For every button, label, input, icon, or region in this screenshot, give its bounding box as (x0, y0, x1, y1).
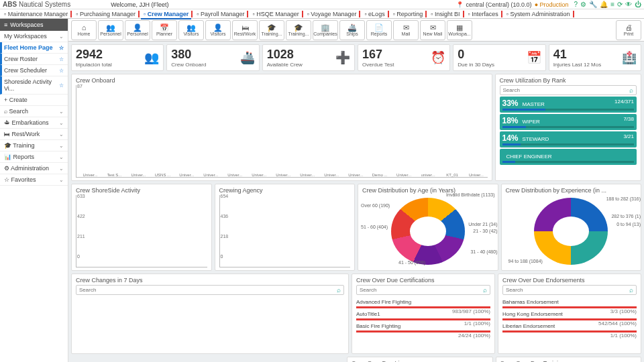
sidebar-item[interactable]: 🛏 Rest/Work⌄ (0, 129, 68, 140)
sidebar-item[interactable]: + Create (0, 95, 68, 106)
toolbar-workspa-[interactable]: ▦Workspa... (447, 20, 472, 40)
power-icon[interactable]: ⏻ (635, 1, 641, 8)
donut-chart (534, 198, 608, 265)
list-item[interactable]: Bahamas Endorsement3/3 (100%) (502, 296, 637, 308)
search-input[interactable] (503, 87, 630, 93)
welcome-text: Welcome, JJH (Fleet) (111, 1, 168, 8)
util-row[interactable]: 33%MASTER124/371 (500, 97, 637, 113)
tab-interfaces[interactable]: ▫ Interfaces (464, 9, 502, 19)
card-crew-onboard: Crew Onboard 87 Univer...Test S...Univer… (71, 74, 492, 181)
tab-system-administration[interactable]: ▫ System Administration (502, 9, 574, 19)
sidebar-item[interactable]: 📊 Reports⌄ (0, 152, 68, 163)
card-title: Crew Utilization By Rank (500, 77, 637, 84)
gear-icon[interactable]: ⚙ (580, 1, 586, 8)
env-info: 📍 central (Central) (10.0.0) ● Productio… (456, 1, 641, 8)
card-overdue-training: Crew Over Due Training (496, 357, 642, 362)
search-icon[interactable]: ⌕ (629, 86, 633, 94)
env-location: central (Central) (10.0.0) (466, 1, 532, 8)
card-agency: Crewing Agency 6544362180 (215, 184, 356, 271)
sidebar-item[interactable]: ⛴ Embarkations⌄ (0, 117, 68, 129)
card-overdue-licence: Crew Over Due Licence (347, 357, 493, 362)
toolbar-mail[interactable]: ✉Mail (393, 20, 419, 40)
content-area: ⌂Home👥Personnel👤Personnel📅Planner👥Visito… (68, 19, 644, 362)
search-icon[interactable]: ⌕ (337, 286, 341, 294)
brand: ABS Nautical Systems (3, 1, 70, 8)
toolbar-personnel[interactable]: 👤Personnel (125, 20, 150, 40)
sidebar-item[interactable]: Fleet Home Page☆ (0, 42, 68, 54)
tab-maintenance-manager[interactable]: ▫ Maintenance Manager (0, 9, 72, 19)
util-row[interactable]: 18%WIPER7/38 (500, 114, 637, 130)
toolbar-visitors[interactable]: 👤Visitors (205, 20, 231, 40)
tab-elogs[interactable]: ▫ eLogs (360, 9, 388, 19)
search-input[interactable] (506, 287, 629, 293)
util-row[interactable]: 14%STEWARD3/21 (500, 131, 637, 147)
search-input[interactable] (79, 287, 337, 293)
toolbar-training-[interactable]: 🎓Training... (259, 20, 284, 40)
list-icon[interactable]: ≡ (610, 1, 614, 8)
sidebar-item[interactable]: Crew Roster☆ (0, 54, 68, 65)
toolbar-visitors[interactable]: 👥Visitors (178, 20, 204, 40)
eye-icon[interactable]: 👁 (625, 1, 632, 8)
tab-reporting[interactable]: ▫ Reporting (389, 9, 427, 19)
donut-chart (391, 198, 465, 265)
print-button[interactable]: 🖨Print (616, 20, 641, 40)
toolbar-rest-work[interactable]: 🛏Rest/Work (232, 20, 258, 40)
card-title: Crew Changes in 7 Days (76, 277, 344, 284)
sidebar-item[interactable]: 🎓 Training⌄ (0, 140, 68, 152)
card-overdue-certs: Crew Over Due Certifications ⌕ Advanced … (352, 274, 495, 354)
search-box[interactable]: ⌕ (76, 285, 344, 295)
app-header: ABS Nautical Systems Welcome, JJH (Fleet… (0, 0, 644, 9)
search-icon[interactable]: ⌕ (483, 286, 487, 294)
card-utilization: Crew Utilization By Rank ⌕ 33%MASTER124/… (495, 74, 642, 181)
module-tabs: ▫ Maintenance Manager▫ Purchasing Manage… (0, 9, 644, 19)
kpi-card: 2942tripulación total👥 (71, 44, 164, 71)
sidebar-item[interactable]: ⚙ Administration⌄ (0, 163, 68, 174)
kpi-row: 2942tripulación total👥380Crew Onboard🚢10… (68, 42, 644, 74)
card-title: Crew Over Due Endorsements (502, 277, 637, 284)
search-icon[interactable]: ⌕ (629, 286, 633, 294)
search-box[interactable]: ⌕ (500, 85, 637, 95)
tab-crew-manager[interactable]: ▫ Crew Manager (140, 9, 193, 19)
toolbar-reports[interactable]: 📄Reports (366, 20, 392, 40)
search-box[interactable]: ⌕ (356, 285, 490, 295)
list-item[interactable]: Advanced Fire Fighting983/987 (100%) (356, 296, 490, 308)
toolbar-companies[interactable]: 🏢Companies (313, 20, 338, 40)
tab-hsqe-manager[interactable]: ▫ HSQE Manager (248, 9, 303, 19)
bell-icon[interactable]: 🔔 (600, 1, 608, 8)
kpi-card: 1028Available Crew➕ (262, 44, 355, 71)
toolbar-training-[interactable]: 🎓Training... (286, 20, 311, 40)
toolbar-ships[interactable]: 🚢Ships (339, 20, 365, 40)
refresh-icon[interactable]: ⟳ (617, 1, 623, 8)
location-icon: 📍 (456, 1, 464, 8)
tab-insight-bi[interactable]: ▫ Insight BI (427, 9, 464, 19)
card-title: Crew Onboard (76, 77, 488, 84)
toolbar-personnel[interactable]: 👥Personnel (98, 20, 123, 40)
tab-voyage-manager[interactable]: ▫ Voyage Manager (303, 9, 361, 19)
toolbar-planner[interactable]: 📅Planner (152, 20, 177, 40)
tab-purchasing-manager[interactable]: ▫ Purchasing Manager (72, 9, 140, 19)
sidebar-item[interactable]: Crew Scheduler☆ (0, 65, 68, 76)
search-box[interactable]: ⌕ (502, 285, 637, 295)
tool-icon[interactable]: 🔧 (589, 1, 597, 8)
header-icons: ?⚙🔧🔔≡⟳👁⏻ (572, 1, 641, 8)
sidebar-item[interactable]: Shoreside Activity Vi...☆ (0, 76, 68, 95)
card-title: Crewing Agency (219, 187, 351, 194)
card-title: Crew Distribution by Experience (in ... (506, 187, 637, 194)
help-icon[interactable]: ? (574, 1, 578, 8)
bar-chart (76, 195, 207, 267)
card-age-dist: Crew Distribution by Age (in Years) Inva… (358, 184, 498, 271)
card-overdue-endorsements: Crew Over Due Endorsements ⌕ Bahamas End… (498, 274, 641, 354)
tab-payroll-manager[interactable]: ▫ Payroll Manager (193, 9, 248, 19)
sidebar-item[interactable]: ⌕ Search⌄ (0, 106, 68, 117)
card-title: Crew ShoreSide Activity (76, 187, 207, 194)
sidebar-header: ≡ Workspaces (0, 19, 68, 31)
bar-chart: Univer...Test S...Univer...USNS ...Unive… (76, 85, 488, 178)
toolbar-home[interactable]: ⌂Home (71, 20, 97, 40)
util-row[interactable]: CHIEF ENGINEER (500, 149, 637, 165)
search-input[interactable] (360, 287, 483, 293)
toolbar-new-mail[interactable]: ✉New Mail (420, 20, 445, 40)
sidebar-item[interactable]: ☆ Favorites⌄ (0, 174, 68, 186)
dashboard-grid[interactable]: Crew Onboard 87 Univer...Test S...Univer… (68, 74, 644, 362)
y-tick: 87 (77, 84, 83, 88)
sidebar-item[interactable]: My Workspaces⌄ (0, 31, 68, 42)
